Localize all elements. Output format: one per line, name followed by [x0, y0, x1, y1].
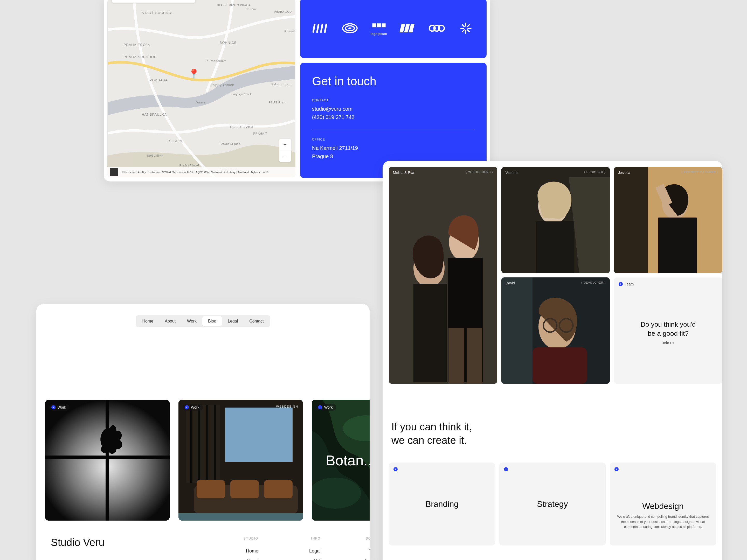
logo-icon	[400, 23, 416, 34]
member-role: ( DESIGNER )	[584, 170, 606, 174]
svg-rect-84	[533, 347, 587, 384]
svg-text:BOHNICE: BOHNICE	[220, 41, 237, 45]
contact-phone[interactable]: (420) 019 271 742	[312, 113, 475, 121]
member-role: ( PROJECT MANAGER )	[681, 170, 718, 174]
svg-text:K Lávdi: K Lávdi	[285, 30, 296, 33]
member-role: ( DEVELOPER )	[581, 281, 606, 284]
work-tag: WEBDESIGN	[276, 405, 298, 408]
member-name: David	[506, 281, 515, 285]
join-card[interactable]: Team Do you think you'dbe a good fit? Jo…	[614, 277, 722, 384]
service-branding[interactable]: Branding	[389, 462, 495, 545]
footer-link[interactable]: About	[206, 556, 258, 560]
office-street: Na Karmeli 2711/19	[312, 144, 475, 152]
work-title: Botan...	[326, 452, 369, 469]
service-title: Webdesign	[642, 501, 684, 511]
footer-link[interactable]: 404	[269, 556, 320, 560]
svg-rect-80	[501, 277, 533, 384]
footer-link[interactable]: Instagr...	[331, 556, 369, 560]
svg-rect-69	[448, 328, 464, 384]
services: Branding Strategy Webdesign We craft a u…	[389, 462, 716, 545]
team-member[interactable]: David ( DEVELOPER )	[501, 277, 610, 384]
svg-text:PRAHA 7: PRAHA 7	[253, 132, 267, 135]
google-thumb-icon	[110, 168, 118, 176]
footer-link[interactable]: Legal	[269, 546, 320, 556]
zoom-in-button[interactable]: +	[279, 139, 291, 150]
svg-rect-75	[614, 167, 648, 273]
star-icon	[619, 282, 623, 286]
member-name: Jessica	[618, 170, 630, 175]
contact-title: Get in touch	[312, 74, 475, 88]
logo-icon: logoipsum	[371, 21, 387, 36]
footer-link[interactable]: Home	[206, 546, 258, 556]
map-tiles: STARÝ SUCHDOL PRAHA-SUCHDOL Nouzov PRAHA…	[107, 0, 295, 177]
work-card[interactable]: Work	[45, 400, 170, 521]
work-pill: Work	[316, 404, 336, 411]
map[interactable]: STARÝ SUCHDOL PRAHA-SUCHDOL Nouzov PRAHA…	[107, 0, 295, 177]
svg-line-28	[325, 24, 326, 33]
team-member[interactable]: Jessica ( PROJECT MANAGER )	[614, 167, 722, 273]
member-role: ( COFOUNDERS )	[466, 170, 493, 174]
service-strategy[interactable]: Strategy	[499, 462, 606, 545]
main-nav: Home About Work Blog Legal Contact	[136, 315, 271, 327]
service-title: Branding	[426, 499, 459, 509]
nav-about[interactable]: About	[159, 316, 181, 326]
work-pill: Work	[49, 404, 70, 411]
star-icon	[393, 467, 397, 471]
join-cta[interactable]: Join us	[640, 341, 696, 345]
svg-rect-33	[377, 23, 381, 27]
logo-icon	[458, 23, 474, 34]
svg-rect-32	[372, 23, 376, 27]
svg-rect-60	[178, 513, 303, 521]
svg-text:Trojskýzámek: Trojskýzámek	[231, 92, 252, 96]
nav-work[interactable]: Work	[181, 316, 202, 326]
contact-head: CONTACT	[312, 99, 475, 102]
work-card[interactable]: Work Botan...	[312, 400, 369, 521]
service-title: Strategy	[537, 499, 568, 509]
svg-line-45	[462, 30, 464, 32]
work-card[interactable]: Work WEBDESIGN	[178, 400, 303, 521]
service-desc: We craft a unique and compelling brand i…	[617, 514, 709, 529]
contact-email[interactable]: studio@veru.com	[312, 105, 475, 113]
svg-text:PLUS Prah...: PLUS Prah...	[269, 101, 289, 104]
office-city: Prague 8	[312, 152, 475, 160]
svg-text:Pražský hrad: Pražský hrad	[179, 164, 199, 167]
brand-name: Studio Veru	[51, 537, 196, 560]
zoom-out-button[interactable]: −	[279, 150, 291, 162]
svg-line-44	[467, 25, 469, 27]
svg-line-42	[462, 25, 464, 27]
svg-line-27	[321, 24, 323, 33]
nav-contact[interactable]: Contact	[243, 316, 269, 326]
svg-rect-34	[382, 23, 385, 27]
team-grid: Melisa & Eva ( COFOUNDERS ) Victoria ( D…	[389, 167, 716, 384]
svg-rect-66	[413, 284, 447, 382]
map-zoom: + −	[279, 139, 291, 162]
map-pin-icon: 📍	[188, 69, 200, 80]
svg-text:HANSPAULKA: HANSPAULKA	[142, 112, 167, 116]
footer: Studio Veru STUDIO Home About INFO Legal…	[36, 521, 369, 560]
team-member[interactable]: Victoria ( DESIGNER )	[501, 167, 610, 273]
svg-text:PRAHA-ZOO: PRAHA-ZOO	[274, 10, 292, 13]
team-member[interactable]: Melisa & Eva ( COFOUNDERS )	[389, 167, 497, 384]
footer-head-socials: SOCIALS	[331, 537, 369, 540]
map-attribution: Klávesové zkratky | Data map ©2024 GeoBa…	[107, 167, 295, 177]
svg-rect-48	[106, 400, 109, 521]
logo-icon	[429, 23, 445, 34]
svg-text:Trojský zámek: Trojský zámek	[209, 83, 234, 87]
service-webdesign[interactable]: Webdesign We craft a unique and compelli…	[610, 462, 716, 545]
svg-line-25	[313, 24, 315, 33]
svg-text:DEJVICE: DEJVICE	[168, 139, 184, 143]
tagline: If you can think it,we can create it.	[389, 384, 716, 462]
footer-head-studio: STUDIO	[206, 537, 258, 540]
svg-text:PODBABA: PODBABA	[150, 78, 168, 82]
partner-logos: logoipsum	[300, 0, 487, 58]
footer-link[interactable]: Twitter	[331, 546, 369, 556]
svg-rect-73	[536, 221, 574, 273]
logo-icon	[313, 23, 329, 34]
work-pill: Work	[183, 404, 203, 411]
nav-blog[interactable]: Blog	[202, 316, 222, 326]
nav-home[interactable]: Home	[137, 316, 159, 326]
star-icon	[185, 405, 189, 409]
star-icon	[51, 405, 55, 409]
svg-rect-59	[264, 480, 292, 498]
nav-legal[interactable]: Legal	[222, 316, 243, 326]
